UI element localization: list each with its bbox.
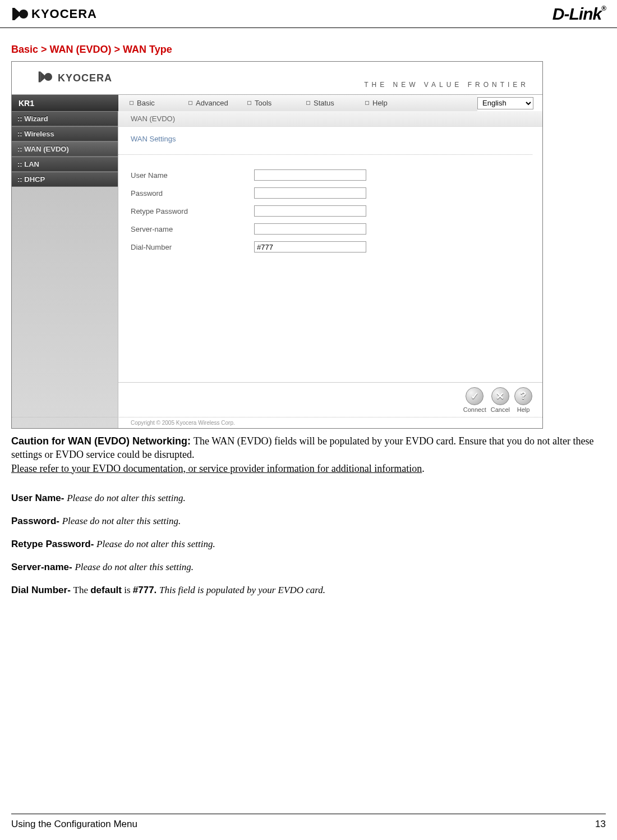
kyocera-mark-icon (11, 6, 28, 22)
sidebar-item-wizard[interactable]: :: Wizard (12, 111, 118, 126)
label-username: User Name (131, 171, 254, 180)
input-dial-number[interactable] (254, 241, 366, 253)
kyocera-logo: KYOCERA (11, 6, 97, 22)
desc-name: Password- (11, 516, 62, 526)
dlink-logo: D-Link® (552, 4, 606, 24)
desc-text: Please do not alter this setting. (67, 493, 186, 503)
desc-mid: is (122, 585, 133, 595)
caution-block: Caution for WAN (EVDO) Networking: The W… (0, 431, 617, 475)
desc-name: User Name- (11, 493, 67, 503)
router-header: KYOCERA THE NEW VALUE FRONTIER (12, 62, 542, 94)
desc-text: Please do not alter this setting. (96, 539, 215, 549)
tab-status[interactable]: Status (306, 99, 365, 107)
square-icon (306, 101, 310, 105)
question-icon: ? (514, 387, 532, 405)
caution-text-2: Please refer to your EVDO documentation,… (11, 463, 422, 474)
row-dial-number: Dial-Number (131, 238, 532, 256)
help-button[interactable]: ? Help (514, 387, 532, 413)
tab-label: Status (314, 99, 334, 107)
sidebar-item-lan[interactable]: :: LAN (12, 157, 118, 172)
x-icon: ✕ (491, 387, 509, 405)
page-header: KYOCERA D-Link® (0, 0, 617, 28)
square-icon (247, 101, 251, 105)
page-footer: Using the Configuration Menu 13 (11, 814, 606, 830)
kyocera-wordmark: KYOCERA (31, 7, 97, 21)
tab-tools[interactable]: Tools (247, 99, 306, 107)
tab-basic[interactable]: Basic (130, 99, 188, 107)
check-icon: ✓ (466, 387, 484, 405)
square-icon (130, 101, 133, 105)
help-label: Help (517, 406, 530, 413)
svg-rect-1 (12, 8, 15, 20)
tab-label: Tools (255, 99, 271, 107)
tab-help[interactable]: Help (365, 99, 424, 107)
tab-label: Basic (137, 99, 155, 107)
connect-label: Connect (463, 406, 486, 413)
router-model: KR1 (12, 95, 118, 111)
action-bar: ✓ Connect ✕ Cancel ? Help (118, 382, 542, 417)
section-title: WAN Settings (118, 127, 532, 155)
router-tagline: THE NEW VALUE FRONTIER (364, 67, 529, 89)
label-password: Password (131, 189, 254, 198)
input-username[interactable] (254, 169, 366, 181)
registered-mark-icon: ® (601, 4, 606, 12)
tab-advanced[interactable]: Advanced (188, 99, 247, 107)
dlink-wordmark: D-Link (552, 4, 601, 23)
desc-text: This field is populated by your EVDO car… (159, 585, 325, 595)
label-retype-password: Retype Password (131, 207, 254, 215)
desc-username: User Name- Please do not alter this sett… (11, 492, 606, 505)
desc-dial-number: Dial Number- The default is #777. This f… (11, 584, 606, 597)
footer-page: 13 (595, 819, 606, 830)
router-copyright: Copyright © 2005 Kyocera Wireless Corp. (12, 417, 542, 428)
router-body: :: Wizard :: Wireless :: WAN (EVDO) :: L… (12, 111, 542, 428)
router-screenshot: KYOCERA THE NEW VALUE FRONTIER KR1 Basic… (11, 61, 543, 429)
desc-text: Please do not alter this setting. (75, 562, 194, 572)
caution-lead: Caution for WAN (EVDO) Networking: (11, 435, 194, 447)
tab-label: Help (372, 99, 388, 107)
caution-text-tail: . (422, 463, 425, 474)
input-password[interactable] (254, 187, 366, 199)
router-kyocera-wordmark: KYOCERA (58, 72, 112, 84)
square-icon (365, 101, 369, 105)
wan-form: User Name Password Retype Password Serve… (118, 155, 542, 256)
row-server-name: Server-name (131, 220, 532, 238)
router-crumb: WAN (EVDO) (118, 111, 542, 127)
desc-retype-password: Retype Password- Please do not alter thi… (11, 538, 606, 551)
desc-pre: The (73, 585, 91, 595)
desc-password: Password- Please do not alter this setti… (11, 515, 606, 528)
square-icon (188, 101, 192, 105)
router-main: WAN (EVDO) WAN Settings User Name Passwo… (118, 111, 542, 428)
sidebar-item-wireless[interactable]: :: Wireless (12, 126, 118, 141)
row-retype-password: Retype Password (131, 202, 532, 220)
desc-bold: default (90, 585, 122, 595)
desc-text: Please do not alter this setting. (62, 516, 181, 526)
sidebar-item-wan-evdo[interactable]: :: WAN (EVDO) (12, 141, 118, 157)
breadcrumb: Basic > WAN (EVDO) > WAN Type (0, 28, 617, 61)
desc-name: Retype Password- (11, 539, 96, 549)
tab-label: Advanced (196, 99, 228, 107)
router-sidebar: :: Wizard :: Wireless :: WAN (EVDO) :: L… (12, 111, 118, 428)
kyocera-mark-icon (38, 70, 54, 86)
svg-rect-3 (39, 71, 40, 82)
desc-name: Server-name- (11, 562, 75, 572)
row-username: User Name (131, 166, 532, 184)
cancel-label: Cancel (491, 406, 510, 413)
router-tabs: Basic Advanced Tools Status Help (118, 95, 477, 111)
router-kyocera-logo: KYOCERA (38, 70, 112, 86)
router-topbar: KR1 Basic Advanced Tools Status Help Eng… (12, 94, 542, 111)
connect-button[interactable]: ✓ Connect (463, 387, 486, 413)
language-select[interactable]: English (477, 97, 533, 109)
footer-left: Using the Configuration Menu (11, 819, 137, 830)
input-server-name[interactable] (254, 223, 366, 235)
desc-bold2: #777. (133, 585, 159, 595)
desc-server-name: Server-name- Please do not alter this se… (11, 561, 606, 574)
input-retype-password[interactable] (254, 205, 366, 217)
label-dial-number: Dial-Number (131, 243, 254, 251)
desc-name: Dial Number- (11, 585, 73, 595)
row-password: Password (131, 184, 532, 202)
field-descriptions: User Name- Please do not alter this sett… (0, 475, 617, 597)
cancel-button[interactable]: ✕ Cancel (491, 387, 510, 413)
sidebar-item-dhcp[interactable]: :: DHCP (12, 172, 118, 187)
label-server-name: Server-name (131, 225, 254, 233)
